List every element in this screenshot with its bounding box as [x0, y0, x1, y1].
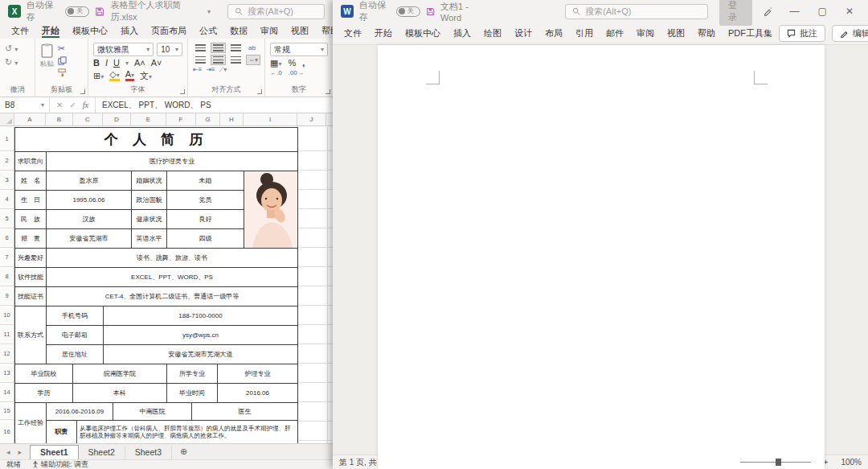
percent-style-button[interactable]: % [288, 59, 296, 68]
row-header[interactable]: 3 [0, 171, 14, 190]
school-value-cell[interactable]: 皖南医学院 [73, 364, 167, 384]
row-header[interactable]: 16 [0, 420, 14, 443]
certificate-value-cell[interactable]: CET-4、全国计算机二级证书、普通话一级甲等 [47, 287, 298, 306]
decrease-indent-button[interactable]: ⇤≡ [193, 67, 202, 73]
objective-value-cell[interactable]: 医疗护理类专业 [47, 152, 298, 171]
column-header[interactable]: H [220, 113, 244, 125]
wrap-text-button[interactable]: ab [246, 43, 258, 53]
work-label-cell[interactable]: 工作经验 [15, 403, 47, 443]
zoom-slider-handle[interactable] [776, 459, 781, 466]
word-doc-title[interactable]: 文档1 - Word [440, 1, 485, 23]
zoom-slider[interactable] [740, 462, 811, 463]
excel-tab-view[interactable]: 视图 [285, 23, 315, 39]
edit-mode-button[interactable]: 编辑▾ [832, 25, 868, 42]
address-value-cell[interactable]: 安徽省芜湖市芜湖大道 [104, 345, 298, 364]
excel-tab-insert[interactable]: 插入 [114, 23, 145, 39]
health-value-cell[interactable]: 良好 [167, 210, 244, 229]
row-header[interactable]: 11 [0, 325, 14, 344]
underline-chevron-icon[interactable]: ▾ [125, 60, 129, 67]
autosave-toggle[interactable]: 关 [396, 6, 420, 17]
formula-content[interactable]: EXCEL、 PPT、 WORD、 PS [96, 100, 218, 111]
word-tab-design[interactable]: 设计 [508, 23, 538, 44]
politics-label-cell[interactable]: 政治面貌 [132, 191, 167, 210]
photo-cell[interactable] [244, 171, 298, 249]
software-label-cell[interactable]: 软件技能 [15, 268, 47, 287]
excel-tab-templates[interactable]: 模板中心 [66, 23, 114, 39]
row-header[interactable]: 8 [0, 267, 14, 286]
close-button[interactable]: ✕ [839, 6, 860, 17]
underline-button[interactable]: U [113, 59, 120, 68]
align-top-button[interactable] [193, 43, 208, 53]
gradtime-value-cell[interactable]: 2016.06 [218, 384, 298, 403]
column-header[interactable]: F [166, 113, 196, 125]
row-header[interactable]: 10 [0, 306, 14, 325]
column-header[interactable]: B [46, 113, 73, 125]
copy-icon[interactable] [58, 56, 67, 65]
work-role-cell[interactable]: 医生 [192, 403, 298, 421]
column-header[interactable]: J [297, 113, 326, 125]
hometown-value-cell[interactable]: 安徽省芜湖市 [47, 229, 132, 249]
comment-button[interactable]: 批注 [779, 25, 825, 42]
minimize-button[interactable]: — [784, 6, 806, 17]
sheet-prev-icon[interactable]: ◂ [6, 448, 10, 456]
marital-value-cell[interactable]: 未婚 [167, 171, 244, 191]
sheet-tab-3[interactable]: Sheet3 [125, 446, 172, 459]
certificate-label-cell[interactable]: 技能证书 [15, 287, 47, 306]
word-tab-view[interactable]: 视图 [661, 23, 691, 44]
objective-label-cell[interactable]: 求职意向 [15, 152, 47, 171]
borders-button[interactable]: ⊞▾ [93, 72, 104, 80]
word-tab-file[interactable]: 文件 [338, 23, 368, 44]
excel-doc-title[interactable]: 表格型个人求职简历.xlsx [110, 0, 201, 23]
column-header[interactable]: C [73, 113, 103, 125]
duty-value-cell[interactable]: 从事临床护理工作（骨科病人、肝胆胃等腹部）的病人的就是及手术期护理、肝脏移植及肿… [77, 421, 298, 443]
paste-label[interactable]: 粘贴 [40, 60, 54, 69]
maximize-button[interactable]: ▢ [812, 6, 833, 17]
marital-label-cell[interactable]: 婚姻状况 [132, 171, 167, 191]
excel-tab-review[interactable]: 审阅 [254, 23, 285, 39]
sheet-next-icon[interactable]: ▸ [18, 448, 23, 456]
cancel-entry-icon[interactable]: ✕ [56, 101, 63, 109]
row-header[interactable]: 4 [0, 190, 14, 209]
font-size-select[interactable]: 10▾ [157, 43, 182, 56]
email-label-cell[interactable]: 电子邮箱 [47, 326, 104, 345]
number-format-select[interactable]: 常规▾ [270, 43, 328, 56]
font-dialog-launcher[interactable] [180, 89, 185, 94]
column-header[interactable]: G [196, 113, 220, 125]
name-value-cell[interactable]: 盈水原 [47, 171, 132, 191]
align-right-button[interactable] [228, 55, 244, 65]
row-header[interactable]: 1 [0, 127, 14, 151]
column-header[interactable]: A [14, 113, 46, 125]
excel-tab-data[interactable]: 数据 [223, 23, 254, 39]
row-header[interactable]: 6 [0, 228, 14, 248]
name-box[interactable]: B8▾ [0, 97, 50, 113]
font-color-button[interactable]: A▾ [125, 70, 134, 81]
english-label-cell[interactable]: 英语水平 [132, 229, 167, 249]
bold-button[interactable]: B [93, 59, 100, 68]
birthday-label-cell[interactable]: 生 日 [15, 191, 47, 210]
hobby-label-cell[interactable]: 兴趣爱好 [15, 249, 47, 268]
politics-value-cell[interactable]: 党员 [167, 191, 244, 210]
word-tab-home[interactable]: 开始 [368, 23, 399, 44]
row-header[interactable]: 5 [0, 209, 14, 228]
sheet-grid[interactable]: 1 2 3 4 5 6 7 8 9 10 11 12 13 14 15 16 个… [0, 126, 333, 443]
clipboard-dialog-launcher[interactable] [80, 89, 85, 94]
word-tab-draw[interactable]: 绘图 [477, 23, 508, 44]
excel-tab-home[interactable]: 开始 [35, 23, 66, 39]
redo-icon[interactable]: ↻ ▾ [5, 58, 18, 67]
empty-gridlines[interactable] [298, 127, 333, 443]
italic-button[interactable]: I [105, 59, 108, 68]
select-all-corner[interactable] [0, 113, 14, 125]
phone-value-cell[interactable]: 188-7100-0000 [104, 306, 298, 326]
merge-center-button[interactable]: ⇔▾ [246, 55, 260, 65]
degree-value-cell[interactable]: 本科 [73, 384, 167, 403]
word-search-input[interactable]: 搜索(Alt+Q) [565, 4, 708, 19]
word-tab-review[interactable]: 审阅 [630, 23, 661, 44]
decrease-decimal-button[interactable]: .00→ [289, 70, 304, 76]
excel-accessibility-status[interactable]: 辅助功能: 调查 [41, 459, 88, 469]
row-header[interactable]: 13 [0, 364, 14, 383]
word-tab-templates[interactable]: 模板中心 [399, 23, 447, 44]
birthday-value-cell[interactable]: 1995.06.06 [47, 191, 132, 210]
word-tab-references[interactable]: 引用 [569, 23, 600, 44]
align-middle-button[interactable] [211, 43, 226, 53]
degree-label-cell[interactable]: 学历 [15, 384, 73, 403]
